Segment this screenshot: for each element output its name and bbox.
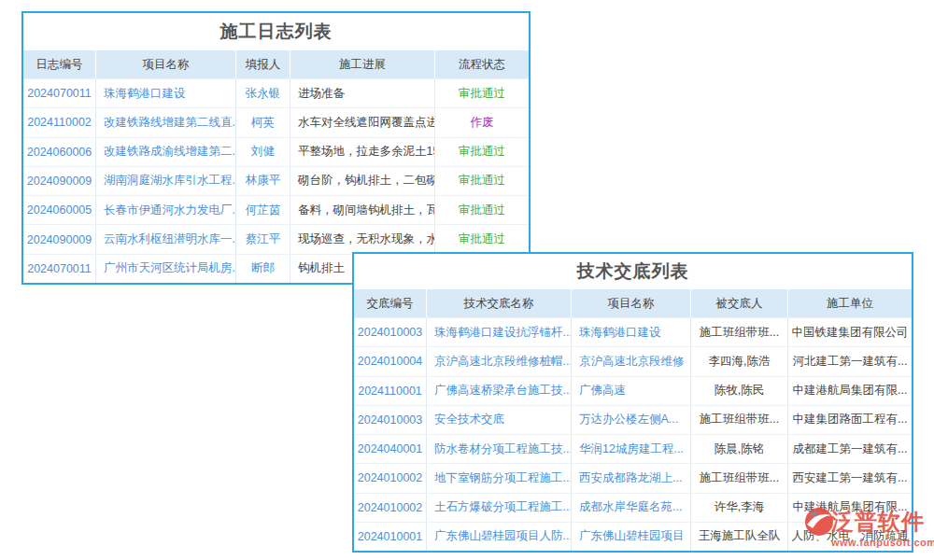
cell-link[interactable]: 改建铁路成渝线增建第二... [96, 138, 236, 166]
cell: 现场巡查，无积水现象，水... [290, 225, 435, 253]
cell: 河北建工第一建筑有... [788, 347, 912, 375]
cell-link[interactable]: 安全技术交底 [427, 406, 572, 434]
table-row: 2024110001广佛高速桥梁承台施工技...广佛高速陈牧,陈民中建港航局集团… [354, 376, 912, 405]
cell-link[interactable]: 2024010004 [354, 347, 427, 375]
cell-link[interactable]: 2024060005 [23, 196, 96, 224]
table-row: 2024040001防水卷材分项工程施工技...华润12城房建工程...陈晨,陈… [354, 434, 912, 463]
cell-link[interactable]: 断郎 [236, 255, 290, 283]
table-row: 2024110002改建铁路线增建第二线直...柯英水车对全线遮阳网覆盖点进..… [23, 107, 529, 136]
cell-link[interactable]: 2024010002 [354, 464, 427, 492]
cell-link[interactable]: 2024070011 [23, 79, 96, 107]
cell-link[interactable]: 防水卷材分项工程施工技... [427, 435, 572, 463]
cell-link[interactable]: 京沪高速北京段维修 [572, 347, 691, 375]
cell: 施工班组带班... [691, 406, 788, 434]
cell-link[interactable]: 长春市伊通河水力发电厂... [96, 196, 236, 224]
cell: 陈晨,陈铭 [691, 435, 788, 463]
cell: 水车对全线遮阳网覆盖点进... [290, 108, 435, 136]
column-header: 技术交底名称 [427, 289, 572, 317]
cell-link[interactable]: 广东佛山碧桂园项目 [572, 523, 691, 551]
construction-log-table: 施工日志列表 日志编号项目名称填报人施工进展流程状态 2024070011珠海鹤… [21, 11, 531, 285]
table-row: 2024060005长春市伊通河水力发电厂...何芷茵备料，砌间墙钩机排土，瓦.… [23, 195, 529, 224]
cell-link[interactable]: 土石方爆破分项工程施工... [427, 494, 572, 522]
column-header: 被交底人 [691, 289, 788, 317]
cell: 审批通过 [435, 79, 529, 107]
table-row: 2024060006改建铁路成渝线增建第二...刘健平整场地，拉走多余泥土15.… [23, 137, 529, 166]
cell: 中建集团路面工程有... [788, 406, 912, 434]
fanpu-logo-icon [805, 508, 833, 536]
column-header: 填报人 [236, 50, 290, 78]
cell-link[interactable]: 2024110002 [23, 108, 96, 136]
cell: 施工班组带班... [691, 464, 788, 492]
cell: 作废 [435, 108, 529, 136]
cell: 砌台阶，钩机排土，二包砌... [290, 167, 435, 195]
cell-link[interactable]: 地下室钢筋分项工程施工... [427, 464, 572, 492]
column-header: 施工进展 [290, 50, 435, 78]
cell-link[interactable]: 珠海鹤港口建设抗浮锚杆... [427, 318, 572, 346]
construction-log-header-row: 日志编号项目名称填报人施工进展流程状态 [23, 50, 529, 78]
watermark-brand-text: 泛普软件 [831, 510, 925, 534]
cell-link[interactable]: 柯英 [236, 108, 290, 136]
cell-link[interactable]: 云南水利枢纽潜明水库一... [96, 225, 236, 253]
construction-log-title: 施工日志列表 [23, 13, 529, 50]
cell-link[interactable]: 万达办公楼左侧A... [572, 406, 691, 434]
app-screen: 施工日志列表 日志编号项目名称填报人施工进展流程状态 2024070011珠海鹤… [0, 0, 934, 560]
cell: 审批通过 [435, 167, 529, 195]
disclosure-header-row: 交底编号技术交底名称项目名称被交底人施工单位 [354, 289, 912, 317]
cell-link[interactable]: 2024060006 [23, 138, 96, 166]
cell-link[interactable]: 2024090009 [23, 225, 96, 253]
cell-link[interactable]: 2024090009 [23, 167, 96, 195]
column-header: 流程状态 [435, 50, 529, 78]
column-header: 交底编号 [354, 289, 427, 317]
cell-link[interactable]: 华润12城房建工程... [572, 435, 691, 463]
cell-link[interactable]: 湖南洞庭湖水库引水工程... [96, 167, 236, 195]
table-row: 2024010004京沪高速北京段维修桩帽...京沪高速北京段维修李四海,陈浩河… [354, 346, 912, 375]
cell-link[interactable]: 2024070011 [23, 255, 96, 283]
cell-link[interactable]: 珠海鹤港口建设 [572, 318, 691, 346]
cell: 审批通过 [435, 196, 529, 224]
cell-link[interactable]: 2024010001 [354, 523, 427, 551]
cell-link[interactable]: 2024040001 [354, 435, 427, 463]
disclosure-title: 技术交底列表 [354, 254, 912, 289]
cell: 王海施工队全队 [691, 523, 788, 551]
cell-link[interactable]: 改建铁路线增建第二线直... [96, 108, 236, 136]
watermark: 泛普软件 www.fanpusoft.com [805, 508, 930, 548]
cell: 施工班组带班... [691, 318, 788, 346]
cell-link[interactable]: 西安成都路龙湖上... [572, 464, 691, 492]
cell-link[interactable]: 2024010002 [354, 494, 427, 522]
table-row: 2024010003安全技术交底万达办公楼左侧A...施工班组带班...中建集团… [354, 405, 912, 434]
table-row: 2024090009湖南洞庭湖水库引水工程...林康平砌台阶，钩机排土，二包砌.… [23, 166, 529, 195]
column-header: 项目名称 [96, 50, 236, 78]
cell-link[interactable]: 2024010003 [354, 406, 427, 434]
cell: 平整场地，拉走多余泥土15... [290, 138, 435, 166]
cell-link[interactable]: 珠海鹤港口建设 [96, 79, 236, 107]
cell-link[interactable]: 2024010003 [354, 318, 427, 346]
cell-link[interactable]: 成都水岸华庭名苑... [572, 494, 691, 522]
cell-link[interactable]: 张永银 [236, 79, 290, 107]
table-row: 2024010003珠海鹤港口建设抗浮锚杆...珠海鹤港口建设施工班组带班...… [354, 317, 912, 346]
watermark-url-text: www.fanpusoft.com [831, 537, 930, 548]
table-row: 2024010002地下室钢筋分项工程施工...西安成都路龙湖上...施工班组带… [354, 463, 912, 492]
cell: 李四海,陈浩 [691, 347, 788, 375]
cell: 进场准备 [290, 79, 435, 107]
cell: 中建港航局集团有限... [788, 377, 912, 405]
cell: 许华,李海 [691, 494, 788, 522]
cell: 陈牧,陈民 [691, 377, 788, 405]
column-header: 日志编号 [23, 50, 96, 78]
cell-link[interactable]: 蔡江平 [236, 225, 290, 253]
cell-link[interactable]: 林康平 [236, 167, 290, 195]
cell: 成都建工第一建筑有... [788, 435, 912, 463]
column-header: 施工单位 [788, 289, 912, 317]
column-header: 项目名称 [572, 289, 691, 317]
cell: 西安建工第一建筑有... [788, 464, 912, 492]
cell: 审批通过 [435, 225, 529, 253]
cell: 备料，砌间墙钩机排土，瓦... [290, 196, 435, 224]
cell-link[interactable]: 2024110001 [354, 377, 427, 405]
cell-link[interactable]: 广佛高速桥梁承台施工技... [427, 377, 572, 405]
cell-link[interactable]: 广佛高速 [572, 377, 691, 405]
table-row: 2024070011珠海鹤港口建设张永银进场准备审批通过 [23, 78, 529, 107]
cell-link[interactable]: 广州市天河区统计局机房... [96, 255, 236, 283]
cell-link[interactable]: 京沪高速北京段维修桩帽... [427, 347, 572, 375]
cell-link[interactable]: 何芷茵 [236, 196, 290, 224]
cell-link[interactable]: 刘健 [236, 138, 290, 166]
cell-link[interactable]: 广东佛山碧桂园项目人防... [427, 523, 572, 551]
